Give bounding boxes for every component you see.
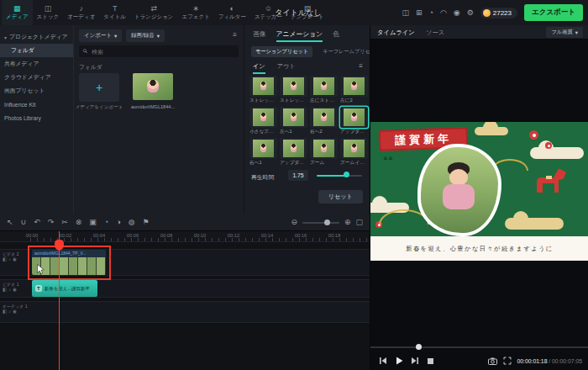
tab-effects[interactable]: ∗ エフェクト [178, 0, 214, 25]
sidebar-item-cloud-media[interactable]: クラウドメディア [0, 71, 73, 84]
animation-preset[interactable]: 左へ1 [280, 107, 307, 135]
tab-stock[interactable]: ◫ ストック [33, 0, 64, 25]
crop-icon[interactable]: ▣ [89, 214, 97, 230]
search-input[interactable] [90, 48, 234, 56]
tab-motion-presets[interactable]: モーションプリセット [251, 46, 312, 57]
export-button[interactable]: エクスポート [524, 4, 583, 21]
layout-icon[interactable]: ◫ [402, 9, 409, 17]
animation-preset[interactable]: 右へ1 [249, 138, 277, 166]
animation-preset[interactable]: 左にストレ… [310, 76, 338, 104]
import-media-tile[interactable]: + [79, 73, 119, 102]
animation-preset[interactable]: アップダ… [280, 138, 307, 166]
preview-seek-knob[interactable] [416, 344, 422, 350]
visibility-icon[interactable]: ◉ [13, 309, 17, 314]
split-icon[interactable]: ✂ [61, 214, 68, 230]
previous-frame-icon[interactable] [379, 357, 387, 365]
playhead-line[interactable] [59, 231, 60, 370]
duration-value[interactable]: 1.75 [288, 170, 308, 181]
lock-icon[interactable]: ◧ [3, 256, 7, 262]
animation-preset[interactable]: 小さなズ… [249, 107, 277, 135]
timeline-toolbar: ↖ ∪ ↶ ↷ ✂ ⊗ ▣ ◔ ◑ ◍ ⚑ ⊖ ⊕ ▢ [0, 214, 370, 231]
speed-icon[interactable]: ◔ [104, 214, 108, 230]
settings-icon[interactable]: ⚙ [467, 9, 474, 17]
plugins-icon[interactable]: ⊞ [416, 9, 423, 17]
notifications-icon[interactable]: ◔ [429, 9, 433, 17]
record-dropdown[interactable]: 録画/録音 ▾ [126, 29, 165, 42]
sidebar-item-shared-media[interactable]: 共有メディア [0, 57, 73, 71]
plum-blossom [529, 130, 538, 140]
tab-color[interactable]: 色 [333, 29, 339, 42]
tab-in[interactable]: イン [253, 62, 265, 74]
zoom-in-icon[interactable]: ⊕ [344, 214, 351, 230]
mute-icon[interactable]: ♪ [8, 309, 11, 314]
sidebar-item-screen-presets[interactable]: 画面プリセット [0, 84, 73, 98]
mute-icon[interactable]: ♪ [8, 287, 11, 292]
tab-animation[interactable]: アニメーション [276, 29, 323, 42]
sidebar-item-photos-library[interactable]: Photos Library [0, 111, 73, 124]
marker-icon[interactable]: ⚑ [143, 214, 150, 230]
preview-video-frame[interactable]: 謹賀新年 ▲▲ 新春を [370, 122, 588, 261]
tab-audio[interactable]: ♪ オーディオ [63, 0, 99, 25]
redo-icon[interactable]: ↷ [48, 214, 55, 230]
preset-label: ストレッチ… [249, 98, 277, 104]
preset-filter-icon[interactable]: ≡ [359, 62, 363, 70]
coin-icon [483, 9, 491, 17]
duration-slider[interactable] [317, 175, 362, 177]
media-item-thumbnail[interactable] [133, 73, 173, 100]
tab-titles[interactable]: T タイトル [99, 0, 130, 25]
snapshot-camera-icon[interactable] [488, 357, 497, 365]
color-icon[interactable]: ◑ [116, 214, 120, 230]
fullscreen-icon[interactable] [503, 357, 512, 365]
zoom-slider-knob[interactable] [324, 219, 330, 225]
animation-preset[interactable]: 左に2 [340, 76, 368, 104]
sidebar-item-project-media[interactable]: ▾ プロジェクトメディア [0, 30, 73, 44]
delete-icon[interactable]: ⊗ [76, 214, 82, 230]
tab-filters[interactable]: ◐ フィルター [214, 0, 250, 25]
undo-icon[interactable]: ↶ [34, 214, 40, 230]
mute-icon[interactable]: ♪ [8, 256, 11, 262]
tab-out[interactable]: アウト [277, 62, 296, 74]
filter-icon[interactable]: ≡ [233, 31, 237, 39]
pointer-tool-icon[interactable]: ↖ [7, 214, 13, 230]
preset-label: ストレッチ… [280, 98, 307, 104]
visibility-icon[interactable]: ◉ [13, 256, 17, 262]
fit-timeline-icon[interactable]: ▢ [355, 214, 363, 230]
animation-preset[interactable]: ストレッチ… [249, 76, 277, 104]
play-icon[interactable] [395, 357, 403, 365]
animation-preset[interactable]: ストレッチ… [280, 76, 307, 104]
preview-seek-bar[interactable] [370, 346, 588, 348]
tab-source-preview[interactable]: ソース [426, 29, 444, 37]
timeline-zoom-slider[interactable] [302, 222, 339, 224]
zoom-out-icon[interactable]: ⊖ [291, 214, 297, 230]
tab-image[interactable]: 画像 [253, 29, 266, 42]
stop-icon[interactable] [427, 357, 434, 365]
cloud-sync-icon[interactable]: ◠ [440, 9, 447, 17]
tab-transitions-label: トランジション [134, 13, 174, 21]
duration-slider-knob[interactable] [344, 172, 349, 177]
playback-quality-dropdown[interactable]: フル画質 ▾ [546, 27, 583, 38]
next-frame-icon[interactable] [411, 357, 419, 365]
lock-icon[interactable]: ◧ [3, 287, 7, 292]
mask-icon[interactable]: ◍ [129, 214, 135, 230]
visibility-icon[interactable]: ◉ [13, 287, 17, 292]
reset-button[interactable]: リセット [318, 190, 363, 204]
sidebar-item-influence-kit[interactable]: Influence Kit [0, 98, 73, 111]
plum-blossom [545, 142, 552, 149]
sidebar-item-folder[interactable]: フォルダ [0, 44, 73, 57]
preset-type-tabs: モーションプリセット キーフレームプリセット [251, 46, 386, 57]
magnet-snap-icon[interactable]: ∪ [21, 214, 27, 230]
tab-transitions[interactable]: ⇄ トランジション [130, 0, 178, 25]
animation-preset[interactable]: 右へ2 [310, 107, 338, 135]
lock-icon[interactable]: ◧ [3, 309, 7, 314]
animation-preset[interactable]: ズームイ… [340, 138, 368, 166]
track-audio-1[interactable]: オーディオ 1 ◧ ♪ ◉ [0, 301, 370, 323]
import-dropdown[interactable]: インポート ▾ [79, 29, 122, 42]
coin-balance-badge[interactable]: 27223 [480, 8, 517, 18]
account-icon[interactable]: ◉ [454, 9, 460, 17]
tab-media[interactable]: ▦ メディア [2, 0, 33, 25]
animation-preset-selected[interactable]: アップダ… [340, 107, 368, 135]
tab-timeline-preview[interactable]: タイムライン [377, 29, 415, 37]
timeline-clip-title[interactable]: T 新春を迎え...謹賀新年 [32, 280, 97, 297]
animation-preset[interactable]: ズーム [310, 138, 338, 166]
sidebar-label: 共有メディア [4, 60, 39, 68]
